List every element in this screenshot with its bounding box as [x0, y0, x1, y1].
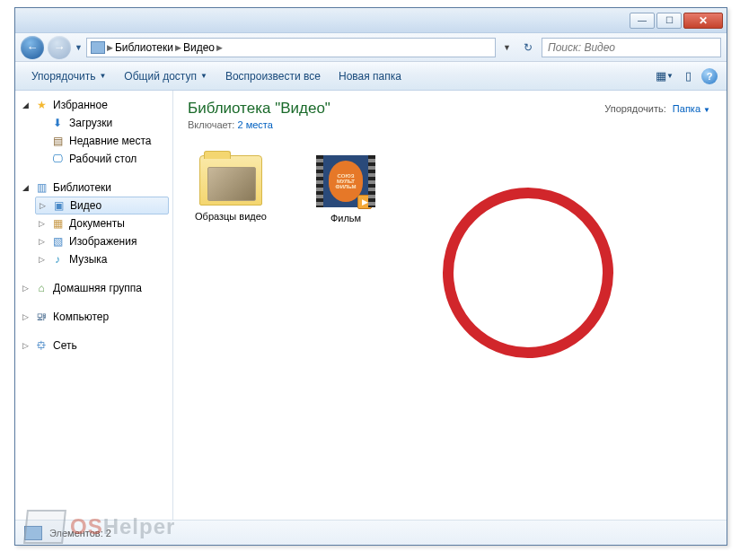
breadcrumb-root[interactable]: Библиотеки	[115, 41, 173, 54]
documents-icon: ▦	[50, 216, 65, 231]
content-body: ◢★Избранное ⬇Загрузки ▤Недавние места 🖵Р…	[15, 91, 727, 520]
libraries-icon: ▥	[34, 180, 48, 195]
file-view: Библиотека "Видео" Включает: 2 места Упо…	[173, 91, 727, 520]
computer-icon: 🖳	[34, 310, 48, 324]
explorer-window: — ☐ ✕ ← → ▼ ▶ Библиотеки ▶ Видео ▶ ▼ ↻ У…	[14, 7, 727, 546]
path-dropdown-icon[interactable]: ▼	[499, 43, 515, 52]
chevron-right-icon: ▷	[37, 219, 46, 228]
chevron-down-icon: ▼	[99, 72, 106, 80]
sidebar-video[interactable]: ▷▣Видео	[35, 197, 169, 214]
chevron-down-icon: ▼	[200, 72, 207, 80]
library-icon	[24, 526, 42, 540]
item-count: Элементов: 2	[49, 528, 111, 538]
downloads-icon: ⬇	[50, 116, 65, 130]
desktop-icon: 🖵	[50, 152, 65, 166]
homegroup-icon: ⌂	[34, 281, 48, 295]
item-label: Фильм	[303, 213, 389, 223]
chevron-down-icon: ◢	[21, 101, 30, 109]
search-input[interactable]	[542, 38, 721, 57]
arrange-dropdown[interactable]: Папка ▼	[673, 103, 710, 114]
titlebar: — ☐ ✕	[15, 8, 727, 33]
item-label: Образцы видео	[188, 211, 274, 222]
star-icon: ★	[34, 98, 48, 112]
recent-icon: ▤	[50, 134, 65, 148]
arrange-by: Упорядочить: Папка ▼	[604, 103, 710, 114]
sidebar-favorites[interactable]: ◢★Избранное	[15, 96, 172, 114]
chevron-right-icon: ▷	[37, 237, 46, 246]
images-icon: ▧	[50, 234, 65, 249]
minimize-button[interactable]: —	[630, 13, 655, 29]
share-button[interactable]: Общий доступ ▼	[117, 66, 215, 86]
items-grid: Образцы видео СОЮЗ МУЛЬТ ФИЛЬМ ▶ Фильм	[188, 155, 712, 223]
chevron-right-icon: ▷	[21, 284, 30, 293]
help-button[interactable]: ?	[701, 68, 718, 84]
breadcrumb[interactable]: ▶ Библиотеки ▶ Видео ▶	[86, 38, 496, 57]
view-options-button[interactable]: ▦ ▼	[655, 66, 674, 86]
video-icon: ▣	[51, 198, 66, 213]
sidebar-homegroup[interactable]: ▷⌂Домашняя группа	[15, 279, 172, 297]
library-subtitle: Включает: 2 места	[188, 119, 712, 130]
sidebar-libraries[interactable]: ◢▥Библиотеки	[15, 179, 172, 197]
new-folder-button[interactable]: Новая папка	[331, 66, 409, 86]
maximize-button[interactable]: ☐	[656, 13, 682, 29]
sidebar-recent[interactable]: ▤Недавние места	[31, 132, 172, 150]
chevron-right-icon: ▶	[175, 43, 181, 52]
play-all-button[interactable]: Воспроизвести все	[218, 66, 328, 86]
sidebar-desktop[interactable]: 🖵Рабочий стол	[31, 150, 172, 168]
sidebar-music[interactable]: ▷♪Музыка	[31, 250, 172, 268]
toolbar: Упорядочить ▼ Общий доступ ▼ Воспроизвес…	[15, 62, 727, 91]
organize-button[interactable]: Упорядочить ▼	[24, 66, 113, 86]
chevron-right-icon: ▶	[107, 43, 113, 52]
nav-pane: ◢★Избранное ⬇Загрузки ▤Недавние места 🖵Р…	[15, 91, 173, 520]
chevron-right-icon: ▷	[21, 312, 30, 321]
sidebar-downloads[interactable]: ⬇Загрузки	[31, 114, 172, 132]
close-button[interactable]: ✕	[683, 13, 723, 29]
sidebar-computer[interactable]: ▷🖳Компьютер	[15, 308, 172, 326]
item-film[interactable]: СОЮЗ МУЛЬТ ФИЛЬМ ▶ Фильм	[303, 155, 389, 223]
music-icon: ♪	[50, 252, 65, 267]
address-bar: ← → ▼ ▶ Библиотеки ▶ Видео ▶ ▼ ↻	[15, 33, 727, 62]
chevron-down-icon: ▼	[703, 106, 710, 114]
folder-icon	[199, 155, 262, 206]
library-icon	[91, 41, 105, 54]
history-dropdown-icon[interactable]: ▼	[75, 43, 83, 52]
back-button[interactable]: ←	[21, 36, 44, 59]
chevron-right-icon: ▷	[38, 201, 47, 210]
network-icon: ⯐	[34, 338, 48, 353]
sidebar-images[interactable]: ▷▧Изображения	[31, 232, 172, 250]
video-file-icon: СОЮЗ МУЛЬТ ФИЛЬМ ▶	[316, 155, 375, 207]
library-locations-link[interactable]: 2 места	[237, 119, 272, 130]
status-bar: Элементов: 2	[15, 520, 727, 545]
refresh-button[interactable]: ↻	[518, 38, 538, 57]
chevron-right-icon: ▶	[216, 43, 223, 52]
sidebar-network[interactable]: ▷⯐Сеть	[15, 337, 172, 354]
preview-pane-button[interactable]: ▯	[678, 66, 698, 86]
sidebar-documents[interactable]: ▷▦Документы	[31, 214, 172, 232]
item-sample-videos[interactable]: Образцы видео	[188, 155, 274, 223]
play-overlay-icon: ▶	[357, 195, 372, 209]
chevron-right-icon: ▷	[21, 341, 30, 350]
chevron-right-icon: ▷	[37, 255, 46, 264]
chevron-down-icon: ◢	[21, 183, 30, 192]
breadcrumb-sub[interactable]: Видео	[183, 41, 215, 54]
forward-button[interactable]: →	[48, 36, 71, 59]
